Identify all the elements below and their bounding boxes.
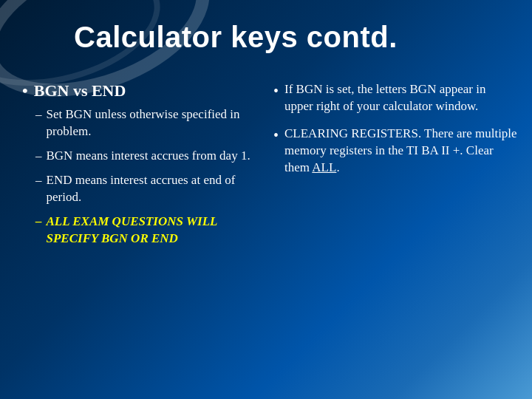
right-bullet-2: • CLEARING REGISTERS. There are multiple… xyxy=(273,126,517,177)
sub-item-3-text: END means interest accrues at end of per… xyxy=(47,172,252,206)
left-column: • BGN vs END – Set BGN unless otherwise … xyxy=(0,74,266,399)
right-dot-2: • xyxy=(273,126,279,146)
dash-2: – xyxy=(35,148,42,165)
right-column: • If BGN is set, the letters BGN appear … xyxy=(266,74,532,399)
sub-item-2: – BGN means interest accrues from day 1. xyxy=(35,148,251,165)
sub-item-1-text: Set BGN unless otherwise specified in pr… xyxy=(47,106,252,140)
right-bullet-1: • If BGN is set, the letters BGN appear … xyxy=(273,81,517,115)
slide-content: • BGN vs END – Set BGN unless otherwise … xyxy=(0,74,532,399)
dash-3: – xyxy=(35,172,42,189)
bullet-dot-1: • xyxy=(22,81,28,100)
slide: Calculator keys contd. • BGN vs END – Se… xyxy=(0,0,532,399)
slide-title: Calculator keys contd. xyxy=(74,21,517,54)
main-bullet-bgn-end: • BGN vs END xyxy=(22,81,251,100)
right-bullet-2-text: CLEARING REGISTERS. There are multiple m… xyxy=(284,126,517,177)
right-dot-1: • xyxy=(273,81,279,101)
main-bullet-label: BGN vs END xyxy=(34,81,126,100)
dash-1: – xyxy=(35,106,42,123)
sub-item-3: – END means interest accrues at end of p… xyxy=(35,172,251,206)
right-bullet-1-text: If BGN is set, the letters BGN appear in… xyxy=(284,81,517,115)
all-underline: ALL xyxy=(312,160,336,174)
sub-bullets-list: – Set BGN unless otherwise specified in … xyxy=(35,106,251,248)
sub-item-2-text: BGN means interest accrues from day 1. xyxy=(47,148,250,165)
sub-item-1: – Set BGN unless otherwise specified in … xyxy=(35,106,251,140)
sub-item-4-exam: – ALL EXAM QUESTIONS WILL SPECIFY BGN OR… xyxy=(35,214,251,248)
sub-item-4-text: ALL EXAM QUESTIONS WILL SPECIFY BGN OR E… xyxy=(47,214,252,248)
dash-4: – xyxy=(35,214,42,231)
